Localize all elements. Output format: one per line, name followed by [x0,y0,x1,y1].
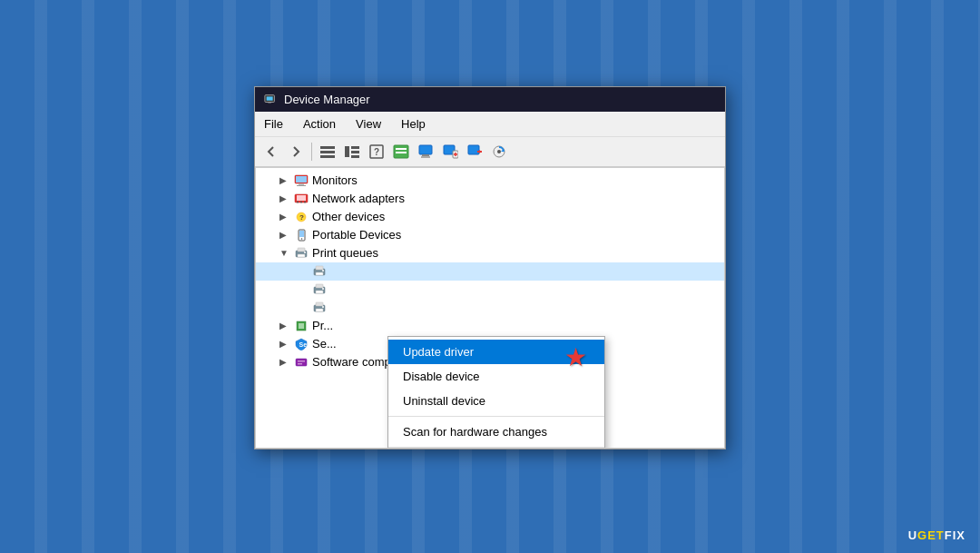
ctx-disable-device[interactable]: Disable device [388,364,604,389]
tree-container: ▶ Monitors ▶ [255,167,725,449]
tree-item-printer-1[interactable]: ▶ [256,262,724,281]
svg-point-34 [300,201,302,202]
svg-rect-2 [268,103,271,104]
svg-rect-28 [296,176,307,183]
update-button[interactable] [488,141,510,163]
network-icon [294,192,309,206]
toggle-button[interactable] [390,141,412,163]
svg-point-44 [304,252,306,253]
processors-label: Pr... [312,319,333,332]
print-queues-label: Print queues [312,246,378,260]
watermark-get: GET [917,528,945,542]
tree-item-printer-3[interactable]: ▶ [256,299,724,317]
security-label: Se... [312,337,337,351]
ctx-scan-hardware[interactable]: Scan for hardware changes [388,420,604,444]
tree-item-print-queues[interactable]: ▼ Print queues [256,244,724,262]
svg-point-48 [322,270,324,272]
expand-arrow: ▶ [279,212,290,222]
other-devices-label: Other devices [312,210,385,223]
ctx-separator-1 [388,416,604,417]
svg-point-26 [497,150,501,153]
menu-bar: File Action View Help [255,112,725,137]
context-menu: Update driver Disable device Uninstall d… [387,336,605,449]
menu-file[interactable]: File [255,114,292,133]
title-bar: Device Manager [255,87,725,112]
svg-text:?: ? [374,147,379,157]
svg-point-56 [322,306,324,308]
svg-point-52 [322,288,324,290]
svg-rect-32 [297,195,306,201]
forward-button[interactable] [285,141,307,163]
svg-rect-30 [297,185,306,186]
svg-rect-47 [316,272,323,275]
processors-icon [294,319,309,333]
tree-item-monitors[interactable]: ▶ Monitors [256,172,724,190]
svg-rect-9 [351,155,359,158]
security-icon: Se [294,337,309,351]
monitors-label: Monitors [312,173,358,187]
tree-item-network[interactable]: ▶ Network adapters [256,190,724,208]
svg-rect-22 [468,145,479,154]
expand-arrow-open: ▼ [279,248,290,258]
watermark: UGETFIX [908,528,965,542]
svg-rect-6 [345,146,349,157]
toolbar-separator-1 [311,143,312,161]
device-manager-window: Device Manager File Action View Help [254,86,726,449]
expand-arrow: ▶ [279,193,290,203]
printer-icon-3 [312,301,327,315]
svg-rect-7 [351,146,359,149]
svg-rect-54 [316,302,323,306]
svg-rect-62 [298,363,302,365]
portable-devices-label: Portable Devices [312,228,401,242]
printer-icon-1 [312,264,327,279]
expand-arrow: ▶ [279,339,290,349]
menu-view[interactable]: View [347,114,390,133]
other-devices-icon: ? [294,210,309,224]
help-button[interactable]: ? [366,141,387,163]
menu-help[interactable]: Help [392,114,435,133]
expand-arrow: ▶ [279,321,290,331]
back-button[interactable] [260,141,282,163]
svg-rect-15 [419,145,432,154]
portable-devices-icon [294,228,309,242]
svg-point-33 [297,201,299,202]
svg-point-35 [304,201,306,202]
add-button[interactable] [439,141,461,163]
tree-item-portable[interactable]: ▶ Portable Devices [256,226,724,244]
list-view-button[interactable] [317,141,338,163]
svg-rect-14 [396,152,407,153]
ctx-uninstall-device[interactable]: Uninstall device [388,389,604,413]
svg-point-40 [301,238,303,240]
details-view-button[interactable] [341,141,363,163]
svg-rect-55 [316,309,323,311]
expand-arrow: ▶ [279,230,290,240]
svg-rect-51 [316,291,323,293]
svg-rect-61 [298,360,305,362]
monitor-button[interactable] [415,141,436,163]
tree-item-other[interactable]: ▶ ? Other devices [256,208,724,226]
svg-rect-42 [298,248,305,252]
svg-rect-17 [421,156,430,158]
window-title: Device Manager [284,93,370,106]
software-icon [294,355,309,370]
svg-rect-4 [320,151,335,153]
ctx-separator-2 [388,447,604,448]
remove-button[interactable] [464,141,485,163]
svg-rect-3 [320,146,335,149]
watermark-u: U [908,528,917,542]
printer-icon-2 [312,282,327,297]
expand-arrow: ▶ [279,175,290,185]
svg-rect-60 [296,359,307,366]
svg-rect-8 [351,151,359,153]
svg-rect-5 [320,155,335,158]
menu-action[interactable]: Action [294,114,345,133]
ctx-update-driver[interactable]: Update driver [388,340,604,364]
svg-rect-16 [422,154,429,156]
svg-text:?: ? [299,213,304,222]
tree-item-processors[interactable]: ▶ Pr... [256,317,724,335]
svg-rect-39 [299,231,304,237]
tree-item-printer-2[interactable]: ▶ [256,281,724,299]
toolbar: ? [255,137,725,167]
svg-rect-29 [299,183,304,185]
svg-rect-50 [316,284,323,288]
